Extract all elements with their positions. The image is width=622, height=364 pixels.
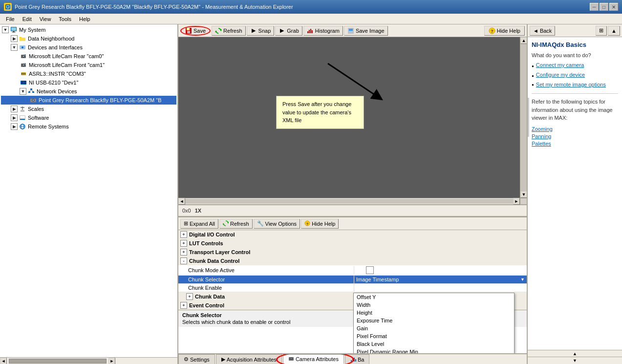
help-top-icon: ▲ (611, 28, 617, 34)
tree-item-scales[interactable]: ▶ Scales (1, 105, 176, 113)
toggle-chunk-data[interactable]: - (180, 257, 187, 264)
help-icon: ? (489, 27, 495, 34)
svg-rect-5 (13, 31, 15, 32)
minimize-button[interactable]: ─ (590, 3, 599, 11)
dropdown-pixel-format[interactable]: Pixel Format (354, 332, 514, 340)
menu-edit[interactable]: Edit (19, 15, 36, 23)
tree-item-data-neighborhood[interactable]: ▶ Data Neighborhood (1, 34, 176, 43)
help-link-configure[interactable]: Configure my device (536, 72, 585, 78)
histogram-button[interactable]: Histogram (303, 26, 343, 36)
tree-label-my-system: My System (19, 27, 45, 33)
group-chunk-data-sub-label: Chunk Data (195, 294, 225, 300)
menu-tools[interactable]: Tools (55, 15, 75, 23)
tree-item-my-system[interactable]: ▼ My System (1, 25, 176, 34)
help-link-connect[interactable]: Connect my camera (536, 62, 584, 68)
chunk-selector-dropdown[interactable]: Offset Y Width Height Exposure Time Gain… (353, 293, 515, 353)
help-link-remote[interactable]: Set my remote image options (536, 82, 606, 87)
toggle-lut[interactable]: + (180, 240, 187, 247)
tree-item-software[interactable]: ▶ Software (1, 113, 176, 122)
prop-row-chunk-enable[interactable]: Chunk Enable (178, 284, 527, 292)
help-collapse-top[interactable]: ▲ (528, 350, 622, 357)
tree-toggle-my-system[interactable]: ▼ (2, 26, 9, 33)
view-options-button[interactable]: 🔧 View Options (254, 219, 300, 229)
svg-rect-28 (28, 91, 30, 93)
svg-point-67 (291, 358, 292, 359)
tree-item-remote[interactable]: ▶ Remote Systems (1, 122, 176, 131)
help-expand-button[interactable]: ⊞ (596, 26, 607, 36)
dropdown-black-level[interactable]: Black Level (354, 340, 514, 348)
scroll-h-right[interactable]: ► (513, 198, 520, 205)
scroll-thumb[interactable] (9, 359, 107, 364)
window-controls[interactable]: ─ □ ✕ (590, 3, 618, 11)
tree-item-lifecam-rear[interactable]: Microsoft LifeCam Rear "cam0" (1, 52, 176, 61)
scroll-right-arrow[interactable]: ► (108, 358, 115, 364)
dropdown-exposure[interactable]: Exposure Time (354, 317, 514, 324)
tree-toggle-scales[interactable]: ▶ (11, 106, 18, 112)
chunk-selector-dropdown-arrow[interactable]: ▼ (520, 277, 525, 282)
tree-toggle-remote[interactable]: ▶ (11, 123, 18, 130)
snap-button[interactable]: ▶ Snap (247, 26, 275, 36)
scroll-left-arrow[interactable]: ◄ (0, 358, 7, 364)
help-collapse-bottom[interactable]: ▼ (528, 357, 622, 364)
dropdown-pdr-min[interactable]: Pixel Dynamic Range Min (354, 348, 514, 353)
group-digital-io[interactable]: + Digital I/O Control (178, 230, 527, 239)
tree-item-network[interactable]: ▼ Network Devices (1, 87, 176, 96)
dropdown-height[interactable]: Height (354, 309, 514, 317)
svg-rect-52 (310, 29, 311, 33)
group-lut[interactable]: + LUT Controls (178, 239, 527, 248)
save-button[interactable]: Save (180, 26, 211, 36)
tree-toggle-network[interactable]: ▼ (20, 88, 26, 95)
help-link-zooming[interactable]: Zooming (532, 126, 618, 132)
dropdown-gain[interactable]: Gain (354, 324, 514, 332)
close-button[interactable]: ✕ (609, 3, 618, 11)
toggle-digital-io[interactable]: + (180, 231, 187, 238)
tree-item-asrl3[interactable]: ASRL3::INSTR "COM3" (1, 69, 176, 78)
tree-item-blackfly[interactable]: Point Grey Research Blackfly BFLY-PGE-50… (1, 96, 176, 105)
dropdown-offset-y[interactable]: Offset Y (354, 293, 514, 301)
scroll-up-arrow[interactable]: ▲ (520, 37, 527, 44)
prop-row-chunk-mode[interactable]: Chunk Mode Active (178, 265, 527, 276)
tree-toggle-software[interactable]: ▶ (11, 114, 18, 121)
prop-refresh-button[interactable]: Refresh (219, 219, 253, 229)
tree-toggle-devices[interactable]: ▼ (11, 44, 18, 51)
svg-rect-50 (307, 31, 308, 33)
hide-help-button[interactable]: ? Hide Help (484, 26, 525, 36)
toggle-event-control[interactable]: + (180, 302, 187, 309)
prop-hide-help-button[interactable]: ? Hide Help (301, 219, 339, 229)
svg-point-10 (21, 46, 23, 48)
toggle-transport[interactable]: + (180, 249, 187, 256)
menu-file[interactable]: File (2, 15, 19, 23)
group-transport[interactable]: + Transport Layer Control (178, 248, 527, 257)
back-button[interactable]: ◄ Back (530, 26, 555, 36)
tab-acquisition[interactable]: ▶ Acquisition Attributes (216, 354, 282, 364)
group-chunk-data[interactable]: - Chunk Data Control (178, 257, 527, 265)
svg-rect-40 (20, 116, 25, 119)
chunk-mode-checkbox[interactable] (366, 266, 374, 274)
expand-all-button[interactable]: ⊞ Expand All (180, 219, 218, 229)
tab-camera[interactable]: Camera Attributes (283, 354, 344, 364)
help-scroll-top-button[interactable]: ▲ (608, 26, 620, 36)
tree-item-ni-usb[interactable]: NI USB-6210 "Dev1" (1, 78, 176, 87)
help-link-panning[interactable]: Panning (532, 133, 618, 139)
scroll-track-v[interactable] (520, 44, 527, 191)
scroll-down-arrow[interactable]: ▼ (520, 191, 527, 198)
maximize-button[interactable]: □ (600, 3, 608, 11)
menu-view[interactable]: View (36, 15, 55, 23)
menu-help[interactable]: Help (75, 15, 94, 23)
help-link-palettes[interactable]: Palettes (532, 141, 618, 147)
tree-toggle-data-neighborhood[interactable]: ▶ (11, 35, 18, 42)
tree-item-devices[interactable]: ▼ Devices and Interfaces (1, 43, 176, 52)
back-label: Back (540, 28, 552, 34)
tree-item-lifecam-front[interactable]: Microsoft LifeCam Front "cam1" (1, 61, 176, 69)
tab-ba[interactable]: Ba (345, 354, 369, 364)
scroll-h-left[interactable]: ◄ (178, 198, 185, 205)
tab-settings[interactable]: ⚙ Settings (178, 354, 215, 364)
dropdown-width[interactable]: Width (354, 301, 514, 309)
save-image-button[interactable]: Save Image (344, 26, 388, 36)
refresh-button[interactable]: Refresh (212, 26, 246, 36)
scroll-h-track[interactable] (185, 199, 513, 204)
svg-text:?: ? (306, 221, 309, 226)
toggle-chunk-data-sub[interactable]: + (186, 293, 193, 300)
grab-button[interactable]: ▶ Grab (275, 26, 302, 36)
prop-row-chunk-selector[interactable]: Chunk Selector Image Timestamp ▼ (178, 276, 527, 284)
